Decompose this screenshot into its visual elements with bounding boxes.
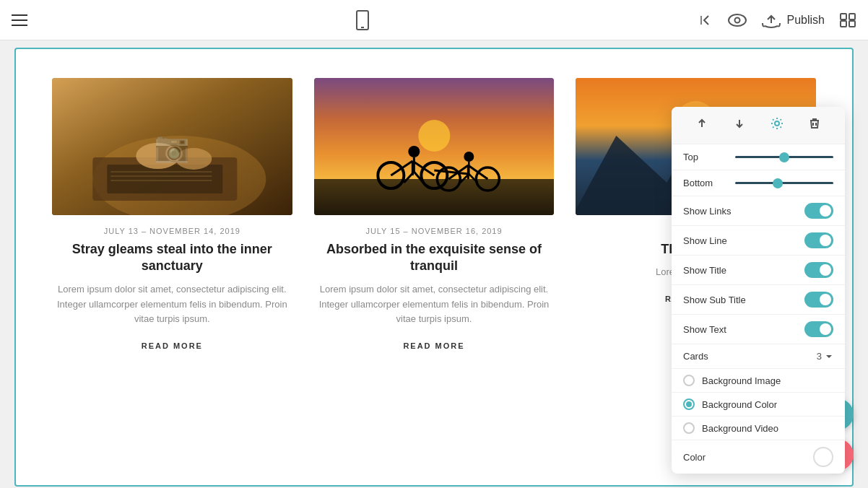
svg-rect-11 — [107, 165, 222, 193]
bottom-slider-track[interactable] — [735, 182, 833, 184]
svg-rect-4 — [841, 14, 846, 19]
svg-rect-7 — [849, 21, 855, 27]
svg-rect-6 — [841, 21, 846, 27]
settings-panel-toolbar — [672, 107, 845, 144]
bg-color-radio-inner — [686, 401, 692, 407]
bg-color-radio[interactable] — [683, 398, 695, 410]
card-date-1: JULY 13 – NOVEMBER 14, 2019 — [104, 227, 240, 235]
toolbar-right: Publish — [698, 12, 856, 29]
card-date-2: JULY 15 – NOVEMBER 16, 2019 — [365, 227, 502, 235]
bg-image-row[interactable]: Background Image — [672, 369, 845, 393]
svg-rect-19 — [314, 179, 555, 215]
toolbar-center — [354, 10, 371, 30]
settings-body: Top Bottom Show Links Show Line — [672, 144, 845, 474]
show-links-toggle[interactable] — [804, 203, 833, 219]
toolbar: Publish — [0, 0, 868, 40]
bg-color-label: Background Color — [702, 399, 777, 410]
show-links-label: Show Links — [683, 206, 731, 217]
settings-panel: Top Bottom Show Links Show Line — [672, 107, 845, 474]
card-2: JULY 15 – NOVEMBER 16, 2019 Absorbed in … — [314, 78, 555, 350]
show-line-toggle[interactable] — [804, 232, 833, 248]
card-image-1 — [52, 78, 292, 215]
color-label: Color — [683, 452, 706, 463]
color-row: Color — [672, 440, 845, 474]
top-slider-row: Top — [672, 144, 845, 170]
gear-settings-button[interactable] — [768, 114, 786, 136]
preview-button[interactable] — [728, 14, 747, 27]
card-title-2: Absorbed in the exquisite sense of tranq… — [314, 241, 555, 275]
bottom-slider-row: Bottom — [672, 170, 845, 196]
show-title-label: Show Title — [683, 265, 726, 276]
top-slider-thumb[interactable] — [779, 152, 789, 162]
show-links-row: Show Links — [672, 196, 845, 226]
card-text-2: Lorem ipsum dolor sit amet, consectetur … — [314, 282, 555, 327]
bg-video-row[interactable]: Background Video — [672, 417, 845, 440]
show-line-label: Show Line — [683, 235, 727, 246]
move-down-button[interactable] — [730, 114, 749, 136]
card-link-1[interactable]: READ MORE — [142, 341, 203, 350]
card-link-2[interactable]: READ MORE — [403, 341, 464, 350]
bottom-label: Bottom — [683, 178, 726, 188]
show-title-toggle[interactable] — [804, 262, 833, 278]
svg-point-44 — [775, 121, 779, 126]
bg-video-label: Background Video — [702, 423, 778, 434]
back-button[interactable] — [698, 12, 713, 28]
card-image-2 — [314, 78, 555, 215]
bg-image-label: Background Image — [702, 375, 781, 386]
show-text-label: Show Text — [683, 324, 726, 335]
svg-point-15 — [136, 143, 179, 169]
menu-button[interactable] — [12, 14, 27, 26]
show-text-row: Show Text — [672, 315, 845, 344]
svg-point-34 — [464, 152, 474, 162]
svg-point-16 — [175, 148, 212, 170]
bg-color-row[interactable]: Background Color — [672, 393, 845, 417]
show-text-toggle[interactable] — [804, 321, 833, 337]
publish-label: Publish — [787, 14, 825, 27]
cards-label: Cards — [683, 351, 708, 362]
delete-button[interactable] — [805, 114, 824, 136]
cards-select-row: Cards 3 — [672, 344, 845, 369]
top-slider-track[interactable] — [735, 156, 833, 158]
show-sub-title-toggle[interactable] — [804, 292, 833, 308]
svg-point-25 — [408, 146, 420, 157]
card-title-1: Stray gleams steal into the inner sanctu… — [52, 241, 292, 275]
hamburger-icon — [12, 14, 27, 26]
bg-video-radio[interactable] — [683, 422, 695, 434]
svg-point-18 — [418, 120, 450, 152]
svg-rect-5 — [849, 14, 855, 19]
toolbar-left — [12, 14, 27, 26]
show-line-row: Show Line — [672, 226, 845, 256]
mobile-preview-button[interactable] — [354, 10, 371, 30]
color-swatch[interactable] — [813, 447, 833, 467]
bottom-slider-thumb[interactable] — [773, 178, 783, 188]
show-sub-title-label: Show Sub Title — [683, 295, 746, 305]
show-title-row: Show Title — [672, 256, 845, 285]
card-1: JULY 13 – NOVEMBER 14, 2019 Stray gleams… — [52, 78, 292, 350]
publish-button[interactable]: Publish — [761, 12, 825, 29]
cards-select[interactable]: 3 — [817, 351, 833, 362]
svg-point-3 — [734, 17, 739, 22]
move-up-button[interactable] — [693, 114, 711, 136]
top-label: Top — [683, 152, 726, 162]
card-text-1: Lorem ipsum dolor sit amet, consectetur … — [52, 282, 292, 327]
show-sub-title-row: Show Sub Title — [672, 285, 845, 315]
svg-point-2 — [729, 14, 746, 26]
cards-value: 3 — [817, 351, 822, 362]
bg-image-radio[interactable] — [683, 375, 695, 386]
settings-button[interactable] — [839, 12, 856, 29]
canvas-area: JULY 13 – NOVEMBER 14, 2019 Stray gleams… — [14, 48, 854, 487]
